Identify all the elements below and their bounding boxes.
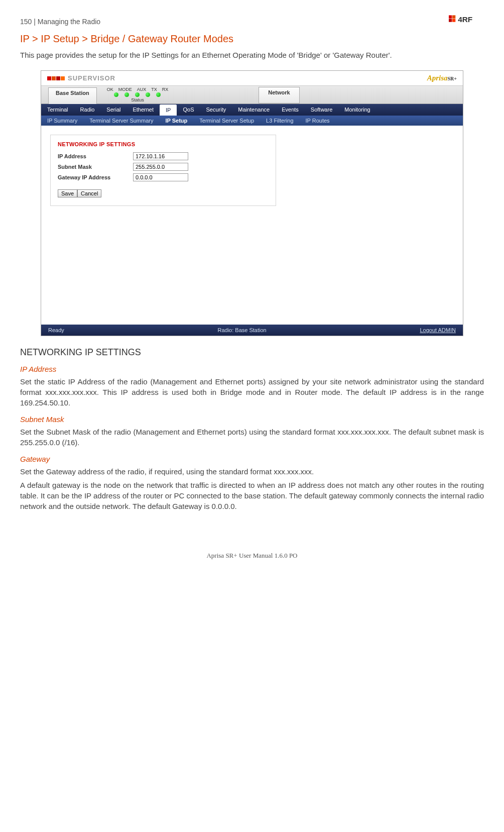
subnav-l3-filtering[interactable]: L3 Filtering [260, 116, 299, 126]
led-ok-icon [114, 92, 118, 97]
gateway-text1: Set the Gateway address of the radio, if… [20, 466, 484, 477]
save-button[interactable]: Save [58, 189, 77, 197]
nav-terminal[interactable]: Terminal [41, 104, 74, 116]
nav-events[interactable]: Events [276, 104, 305, 116]
status-head-mode: MODE [118, 87, 132, 92]
networking-heading: NETWORKING IP SETTINGS [20, 347, 484, 358]
svg-text:4RF: 4RF [458, 15, 472, 24]
supervisor-app: SUPERVISOR AprisaSR+ Base Station OK MOD… [41, 70, 463, 336]
gateway-field-label: Gateway [20, 455, 484, 463]
led-tx-icon [146, 92, 150, 97]
nav-serial[interactable]: Serial [100, 104, 127, 116]
subnet-text: Set the Subnet Mask of the radio (Manage… [20, 427, 484, 448]
status-word: Status [131, 97, 144, 102]
status-head-tx: TX [151, 87, 157, 92]
4rf-logo-icon: 4RF [449, 15, 484, 28]
nav-qos[interactable]: QoS [177, 104, 200, 116]
nav-ip[interactable]: IP [160, 105, 177, 116]
page-number: 150 [20, 18, 32, 26]
nav-sub: IP Summary Terminal Server Summary IP Se… [41, 116, 463, 126]
subnav-terminal-server-summary[interactable]: Terminal Server Summary [83, 116, 159, 126]
section-title: IP > IP Setup > Bridge / Gateway Router … [20, 33, 484, 45]
page-title: Managing the Radio [38, 18, 100, 26]
led-rx-icon [156, 92, 161, 97]
nav-monitoring[interactable]: Monitoring [338, 104, 376, 116]
status-panel: OK MODE AUX TX RX Status [107, 86, 169, 103]
gateway-text2: A default gateway is the node on the net… [20, 480, 484, 511]
status-bar: Ready Radio: Base Station Logout ADMIN [41, 325, 463, 336]
subnav-ip-setup[interactable]: IP Setup [159, 116, 193, 126]
cancel-button[interactable]: Cancel [77, 189, 101, 197]
subnav-ip-routes[interactable]: IP Routes [300, 116, 336, 126]
svg-rect-0 [449, 15, 452, 18]
footer-text: Aprisa SR+ User Manual 1.6.0 PO [20, 552, 484, 560]
status-head-aux: AUX [137, 87, 147, 92]
supervisor-label: SUPERVISOR [68, 74, 115, 82]
ip-address-field-label: IP Address [20, 365, 484, 373]
nav-software[interactable]: Software [305, 104, 338, 116]
tab-base-station[interactable]: Base Station [48, 87, 97, 104]
nav-maintenance[interactable]: Maintenance [232, 104, 276, 116]
led-aux-icon [135, 92, 140, 97]
tab-network[interactable]: Network [259, 87, 299, 103]
gateway-ip-label: Gateway IP Address [58, 174, 133, 180]
led-mode-icon [124, 92, 129, 97]
nav-radio[interactable]: Radio [74, 104, 101, 116]
nav-main: Terminal Radio Serial Ethernet IP QoS Se… [41, 104, 463, 116]
gateway-ip-input[interactable] [133, 173, 188, 181]
ip-address-label: IP Address [58, 153, 133, 159]
svg-rect-2 [449, 19, 452, 22]
svg-rect-1 [452, 15, 455, 18]
status-radio: Radio: Base Station [218, 327, 267, 333]
subnav-ip-summary[interactable]: IP Summary [41, 116, 83, 126]
subnet-mask-label: Subnet Mask [58, 164, 133, 170]
logout-link[interactable]: Logout ADMIN [420, 327, 456, 333]
ip-address-input[interactable] [133, 152, 188, 160]
page-sep: | [34, 18, 36, 26]
ip-address-text: Set the static IP Address of the radio (… [20, 376, 484, 408]
settings-box-title: NETWORKING IP SETTINGS [58, 141, 269, 147]
nav-ethernet[interactable]: Ethernet [127, 104, 160, 116]
subnet-mask-input[interactable] [133, 163, 188, 171]
networking-ip-settings-box: NETWORKING IP SETTINGS IP Address Subnet… [50, 135, 276, 206]
status-ready: Ready [48, 327, 64, 333]
subnet-field-label: Subnet Mask [20, 415, 484, 424]
app-logo-icon [47, 76, 65, 80]
status-head-ok: OK [107, 87, 113, 92]
status-head-rx: RX [162, 87, 169, 92]
svg-rect-3 [452, 19, 455, 22]
aprisa-logo: AprisaSR+ [427, 74, 457, 82]
subnav-terminal-server-setup[interactable]: Terminal Server Setup [193, 116, 260, 126]
page-header: 150 | Managing the Radio [20, 18, 100, 26]
intro-paragraph: This page provides the setup for the IP … [20, 50, 484, 60]
nav-security[interactable]: Security [200, 104, 232, 116]
